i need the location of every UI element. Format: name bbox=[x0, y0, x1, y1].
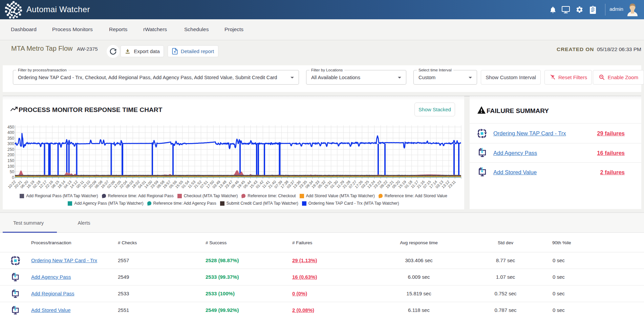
svg-text:0: 0 bbox=[12, 175, 14, 180]
svg-text:200: 200 bbox=[7, 153, 14, 157]
svg-text:450: 450 bbox=[7, 125, 14, 130]
svg-text:50: 50 bbox=[10, 169, 15, 174]
svg-text:400: 400 bbox=[7, 130, 14, 135]
svg-text:250: 250 bbox=[7, 147, 14, 152]
svg-text:150: 150 bbox=[7, 158, 14, 163]
svg-text:100: 100 bbox=[7, 164, 14, 169]
svg-text:350: 350 bbox=[7, 136, 14, 141]
svg-text:300: 300 bbox=[7, 141, 14, 146]
